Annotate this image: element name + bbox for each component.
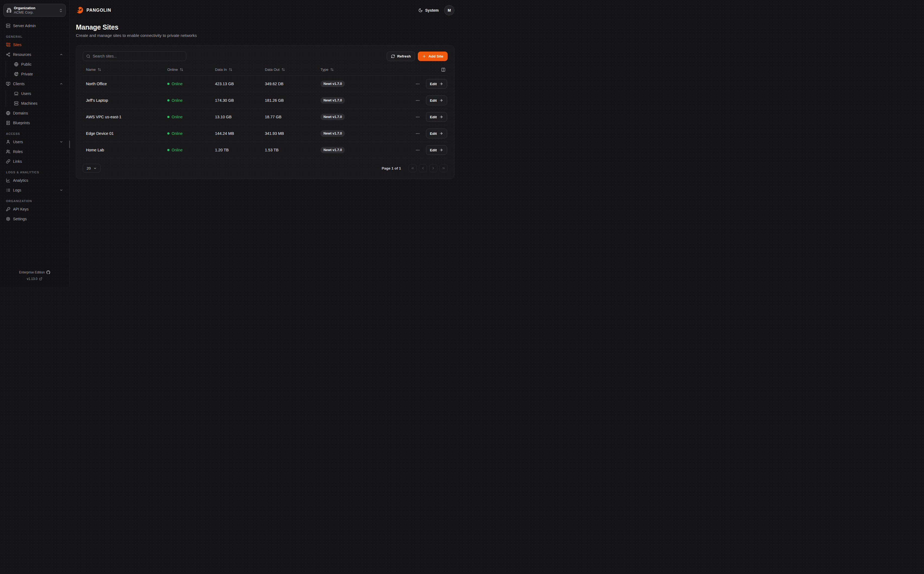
refresh-label: Refresh (397, 54, 411, 58)
monitor-up-icon (6, 82, 10, 86)
sidebar-item-links[interactable]: Links (3, 157, 66, 166)
last-page-button[interactable] (440, 164, 448, 172)
search-input[interactable] (93, 54, 183, 58)
online-dot-icon (167, 132, 170, 134)
sidebar-item-blueprints[interactable]: Blueprints (3, 118, 66, 127)
brand-logo[interactable]: PANGOLIN (76, 6, 111, 14)
row-menu-button[interactable] (414, 80, 421, 87)
sidebar-item-roles[interactable]: Roles (3, 147, 66, 156)
sidebar-item-clients[interactable]: Clients (3, 79, 66, 88)
edit-label: Edit (430, 82, 437, 86)
site-name: Edge Device 01 (83, 131, 164, 136)
edit-button[interactable]: Edit (426, 145, 447, 155)
sidebar-item-users[interactable]: Users (3, 137, 66, 146)
row-menu-button[interactable] (414, 130, 421, 137)
edition-link[interactable]: Enterprise Edition (3, 269, 66, 276)
chevron-down-icon (60, 140, 63, 144)
column-header-name[interactable]: Name (83, 68, 164, 72)
sidebar-item-settings[interactable]: Settings (3, 214, 66, 223)
column-header-type[interactable]: Type (317, 68, 381, 72)
site-name: Home Lab (83, 148, 164, 152)
sidebar-scrollbar-thumb[interactable] (69, 140, 70, 148)
type-badge: Newt v1.7.0 (321, 97, 345, 104)
chevron-up-icon (60, 53, 63, 57)
avatar[interactable]: M (444, 5, 454, 16)
data-out-value: 18.77 GB (262, 115, 317, 119)
row-menu-button[interactable] (414, 114, 421, 120)
online-dot-icon (167, 83, 170, 85)
online-label: Online (171, 98, 182, 102)
sort-icon (281, 68, 285, 71)
org-switcher[interactable]: Organization ACME Corp. (3, 4, 66, 17)
sidebar-item-sites[interactable]: Sites (3, 40, 66, 49)
add-site-button[interactable]: Add Site (418, 52, 448, 61)
previous-page-button[interactable] (419, 164, 427, 172)
column-header-online[interactable]: Online (164, 68, 212, 72)
sidebar-item-label: Settings (13, 217, 63, 221)
site-name: AWS VPC us-east-1 (83, 115, 164, 119)
sidebar-item-label: Private (21, 72, 63, 76)
column-header-data-in[interactable]: Data In (212, 68, 262, 72)
edit-button[interactable]: Edit (426, 96, 447, 105)
arrow-right-icon (439, 115, 443, 119)
data-in-value: 144.24 MB (212, 131, 262, 136)
data-in-value: 13.10 GB (212, 115, 262, 119)
avatar-initial: M (448, 8, 451, 13)
edit-label: Edit (430, 148, 437, 152)
chevron-down-icon (60, 188, 63, 192)
site-name: North Office (83, 82, 164, 86)
table-row: Jeff's Laptop Online 174.30 GB 181.26 GB… (83, 92, 448, 109)
sidebar-item-label: Sites (13, 43, 63, 47)
sidebar-item-api-keys[interactable]: API Keys (3, 205, 66, 213)
pangolin-logo-icon (76, 6, 84, 14)
section-label-access: ACCESS (6, 132, 66, 136)
refresh-button[interactable]: Refresh (387, 52, 415, 61)
globe-lock-icon (14, 72, 19, 76)
sidebar-item-label: Blueprints (13, 121, 63, 125)
receipt-icon (6, 121, 10, 125)
resources-subgroup: Public Private (3, 60, 66, 79)
sidebar-item-label: Roles (13, 150, 63, 154)
sidebar-item-server-admin[interactable]: Server Admin (3, 21, 66, 30)
edit-button[interactable]: Edit (426, 129, 447, 138)
laptop-icon (14, 91, 19, 96)
data-in-value: 174.30 GB (212, 98, 262, 102)
sidebar-item-private[interactable]: Private (11, 69, 66, 79)
next-page-button[interactable] (429, 164, 437, 172)
version-label: v1.13.0 (27, 276, 38, 282)
chevron-down-icon (93, 167, 97, 170)
edition-label: Enterprise Edition (19, 269, 45, 276)
online-dot-icon (167, 116, 170, 118)
sidebar-item-logs[interactable]: Logs (3, 186, 66, 194)
chevrons-up-down-icon (59, 8, 63, 13)
sort-icon (330, 68, 334, 71)
sidebar-item-domains[interactable]: Domains (3, 109, 66, 117)
page-size-select[interactable]: 20 (83, 164, 101, 172)
column-header-data-out[interactable]: Data Out (262, 68, 317, 72)
row-menu-button[interactable] (414, 147, 421, 153)
table-row: Home Lab Online 1.20 TB 1.53 TB Newt v1.… (83, 142, 448, 158)
theme-toggle[interactable]: System (418, 8, 439, 13)
columns-toggle-button[interactable] (441, 67, 446, 73)
page-subtitle: Create and manage sites to enable connec… (76, 33, 454, 38)
sidebar-item-label: Links (13, 159, 63, 164)
sidebar-item-label: Users (13, 140, 57, 144)
theme-toggle-label: System (425, 8, 439, 13)
first-page-button[interactable] (409, 164, 417, 172)
version-link[interactable]: v1.13.0 (3, 276, 66, 282)
data-in-value: 1.20 TB (212, 148, 262, 152)
page-title: Manage Sites (76, 23, 454, 31)
sidebar-item-client-users[interactable]: Users (11, 89, 66, 98)
sidebar-item-analytics[interactable]: Analytics (3, 176, 66, 185)
sites-card: Refresh Add Site Name Online (76, 45, 454, 179)
edit-button[interactable]: Edit (426, 112, 447, 122)
sidebar-item-machines[interactable]: Machines (11, 99, 66, 108)
users-icon (6, 150, 10, 154)
sidebar-item-resources[interactable]: Resources (3, 50, 66, 59)
sidebar-item-public[interactable]: Public (11, 60, 66, 69)
column-label: Data In (215, 68, 227, 72)
sidebar-item-label: API Keys (13, 207, 63, 211)
edit-label: Edit (430, 98, 437, 102)
edit-button[interactable]: Edit (426, 79, 447, 89)
row-menu-button[interactable] (414, 97, 421, 104)
